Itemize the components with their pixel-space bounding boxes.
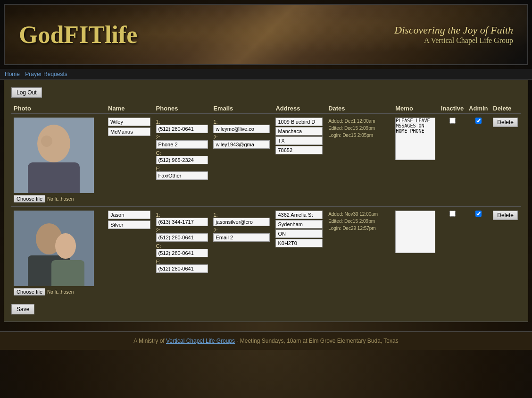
col-dates: Dates	[326, 103, 393, 114]
choose-file-button-2[interactable]: Choose file	[14, 288, 45, 296]
main-content: Log Out Photo Name Phones Emails Address…	[4, 80, 528, 322]
contacts-table: Photo Name Phones Emails Address Dates M…	[11, 103, 521, 299]
svg-rect-2	[28, 162, 80, 193]
save-button[interactable]: Save	[11, 304, 34, 314]
addr2-input-2[interactable]	[275, 220, 323, 229]
phone2-input-2[interactable]	[156, 233, 208, 242]
phonef-input-1[interactable]	[156, 171, 208, 180]
email2-input-2[interactable]	[213, 233, 270, 242]
admin-checkbox-1[interactable]	[475, 118, 482, 124]
col-name: Name	[106, 103, 154, 114]
footer-link[interactable]: Vertical Chapel Life Groups	[166, 338, 235, 344]
memo-textarea-1[interactable]: PLEASE LEAVE MSSAGES ON HOME PHONE	[395, 118, 435, 160]
first-name-input-2[interactable]	[108, 211, 150, 219]
memo-cell-2	[393, 207, 438, 300]
email1-input-2[interactable]	[213, 218, 270, 226]
nav-prayer-requests[interactable]: Prayer Requests	[25, 71, 67, 77]
phone2-input-1[interactable]	[156, 140, 208, 149]
admin-cell-1	[466, 114, 490, 207]
addr4-input-1[interactable]	[275, 146, 323, 154]
phones-cell-2: 1: 2: C: F:	[154, 207, 211, 300]
photo-cell-2: Choose file No fi...hosen	[11, 207, 106, 300]
site-tagline: Discovering the Joy of Faith	[394, 24, 513, 36]
emails-cell-2: 1: 2:	[211, 207, 273, 300]
memo-cell-1: PLEASE LEAVE MSSAGES ON HOME PHONE	[393, 114, 438, 207]
phone1-input-1[interactable]	[156, 125, 208, 133]
dates-cell-1: Added: Dec1 12:00amEdited: Dec15 2:09pmL…	[326, 114, 393, 207]
email1-input-1[interactable]	[213, 125, 270, 133]
phonef-label-2: F:	[156, 259, 209, 264]
addr3-input-2[interactable]	[275, 229, 323, 238]
inactive-checkbox-1[interactable]	[449, 118, 456, 124]
addr1-input-1[interactable]	[275, 118, 323, 126]
phonec-label-2: C:	[156, 243, 209, 249]
phone1-label-2: 1:	[156, 212, 209, 218]
delete-button-1[interactable]: Delete	[493, 118, 518, 127]
addr1-input-2[interactable]	[275, 211, 323, 219]
table-row: Choose file No fi...hosen 1: 2: C: F: 1:	[11, 207, 521, 300]
inactive-cell-2	[439, 207, 466, 300]
file-name-2: No fi...hosen	[47, 289, 74, 295]
file-input-row-2: Choose file No fi...hosen	[14, 288, 103, 296]
footer-text-before: A Ministry of	[133, 338, 166, 344]
email1-label-1: 1:	[213, 119, 271, 125]
contact-photo-1	[14, 118, 94, 193]
site-title: GodFITlife	[19, 21, 137, 49]
svg-point-7	[55, 233, 76, 259]
site-header: GodFITlife Discovering the Joy of Faith …	[4, 4, 528, 65]
addr2-input-1[interactable]	[275, 127, 323, 135]
inactive-checkbox-2[interactable]	[449, 211, 456, 217]
delete-button-2[interactable]: Delete	[493, 211, 518, 220]
svg-point-3	[41, 135, 52, 147]
file-name-1: No fi...hosen	[47, 196, 74, 202]
admin-cell-2	[466, 207, 490, 300]
first-name-input-1[interactable]	[108, 118, 150, 126]
phone2-label-1: 2:	[156, 135, 209, 140]
col-inactive: Inactive	[439, 103, 466, 114]
photo-cell-1: Choose file No fi...hosen	[11, 114, 106, 207]
email2-input-1[interactable]	[213, 140, 270, 149]
logout-button[interactable]: Log Out	[11, 87, 42, 98]
addr4-input-2[interactable]	[275, 239, 323, 247]
delete-cell-1: Delete	[490, 114, 521, 207]
phones-cell-1: 1: 2: C: F:	[154, 114, 211, 207]
name-cell-1	[106, 114, 154, 207]
phonec-input-2[interactable]	[156, 249, 208, 257]
file-input-row-1: Choose file No fi...hosen	[14, 195, 103, 203]
dates-cell-2: Added: Nov30 12:00amEdited: Dec15 2:09pm…	[326, 207, 393, 300]
last-name-input-2[interactable]	[108, 220, 150, 229]
col-photo: Photo	[11, 103, 106, 114]
site-group-name: A Vertical Chapel Life Group	[394, 36, 513, 45]
choose-file-button-1[interactable]: Choose file	[14, 195, 45, 203]
phonef-input-2[interactable]	[156, 264, 208, 273]
delete-cell-2: Delete	[490, 207, 521, 300]
contact-photo-2	[14, 211, 94, 286]
phone2-label-2: 2:	[156, 228, 209, 233]
admin-checkbox-2[interactable]	[475, 211, 482, 217]
phonec-input-1[interactable]	[156, 156, 208, 164]
phone1-input-2[interactable]	[156, 218, 208, 226]
address-cell-1	[273, 114, 326, 207]
name-cell-2	[106, 207, 154, 300]
col-memo: Memo	[393, 103, 438, 114]
email2-label-1: 2:	[213, 135, 271, 140]
date-added-2: Added: Nov30 12:00amEdited: Dec15 2:09pm…	[328, 212, 378, 231]
inactive-cell-1	[439, 114, 466, 207]
phonec-label-1: C:	[156, 150, 209, 156]
phone1-label-1: 1:	[156, 119, 209, 125]
col-admin: Admin	[466, 103, 490, 114]
table-row: Choose file No fi...hosen 1: 2: C: F: 1:	[11, 114, 521, 207]
email2-label-2: 2:	[213, 228, 271, 233]
col-emails: Emails	[211, 103, 273, 114]
phonef-label-1: F:	[156, 166, 209, 171]
site-subtitle: Discovering the Joy of Faith A Vertical …	[394, 24, 513, 45]
last-name-input-1[interactable]	[108, 127, 150, 136]
memo-textarea-2[interactable]	[395, 211, 435, 253]
col-phones: Phones	[154, 103, 211, 114]
addr3-input-1[interactable]	[275, 136, 323, 145]
email1-label-2: 1:	[213, 212, 271, 218]
col-delete: Delete	[490, 103, 521, 114]
nav-home[interactable]: Home	[5, 71, 20, 77]
emails-cell-1: 1: 2:	[211, 114, 273, 207]
svg-rect-8	[51, 260, 84, 286]
